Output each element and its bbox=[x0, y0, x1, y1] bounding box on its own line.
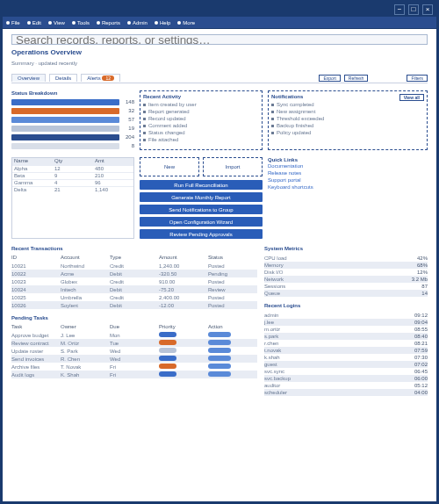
quick-links: Quick Links DocumentationRelease notesSu… bbox=[268, 157, 428, 239]
menu-reports[interactable]: Reports bbox=[97, 20, 120, 25]
bullet-icon bbox=[271, 118, 274, 120]
bullet-icon bbox=[143, 132, 146, 134]
menu-file[interactable]: File bbox=[6, 20, 20, 25]
login-row[interactable]: scheduler04:00 bbox=[264, 389, 428, 396]
table-row[interactable]: Delta211,140 bbox=[12, 186, 133, 193]
login-row[interactable]: m.ortiz08:55 bbox=[264, 326, 428, 333]
page-title: Operations Overview bbox=[11, 48, 428, 57]
close-button[interactable]: × bbox=[422, 4, 433, 15]
table-row[interactable]: Approve budgetJ. LeeMon bbox=[11, 331, 257, 339]
open-button[interactable] bbox=[208, 348, 231, 353]
titlebar: − □ × bbox=[3, 3, 436, 17]
quick-link[interactable]: Support portal bbox=[268, 177, 428, 184]
export-button[interactable]: Export bbox=[319, 75, 340, 82]
notification-item[interactable]: Threshold exceeded bbox=[271, 115, 424, 122]
menu-admin[interactable]: Admin bbox=[127, 20, 148, 25]
stat-value: 57 bbox=[122, 117, 134, 122]
alerts-badge: 12 bbox=[102, 76, 114, 81]
activity-item[interactable]: Status changed bbox=[143, 129, 259, 136]
table-row[interactable]: 10026SoylentDebit-12.00Posted bbox=[11, 301, 257, 309]
menu-more[interactable]: More bbox=[177, 20, 195, 25]
activity-item[interactable]: Record updated bbox=[143, 115, 259, 122]
stat-bar bbox=[11, 99, 119, 105]
menu-view[interactable]: View bbox=[48, 20, 65, 25]
quick-link[interactable]: Keyboard shortcuts bbox=[268, 184, 428, 191]
login-row[interactable]: s.park08:40 bbox=[264, 333, 428, 340]
stat-bar bbox=[11, 143, 119, 149]
open-button[interactable] bbox=[208, 332, 231, 337]
login-row[interactable]: j.lee09:04 bbox=[264, 319, 428, 326]
tab-details[interactable]: Details bbox=[49, 74, 77, 82]
tab-overview[interactable]: Overview bbox=[11, 74, 46, 82]
menu-edit[interactable]: Edit bbox=[27, 20, 41, 25]
app-window: − □ × File Edit View Tools Reports Admin… bbox=[0, 0, 439, 504]
notification-item[interactable]: Backup finished bbox=[271, 122, 424, 129]
table-row[interactable]: 10022AcmeDebit-320.50Pending bbox=[11, 270, 257, 277]
table-row[interactable]: Gamma496 bbox=[12, 179, 133, 186]
activity-item[interactable]: File attached bbox=[143, 136, 259, 143]
bullet-icon bbox=[27, 21, 31, 25]
table-row[interactable]: 10021NorthwindCredit1,240.00Posted bbox=[11, 262, 257, 270]
bullet-icon bbox=[271, 104, 274, 106]
table-row[interactable]: Audit logsK. ShahFri bbox=[11, 371, 257, 378]
table-row[interactable]: Archive filesT. NovakFri bbox=[11, 363, 257, 371]
open-button[interactable] bbox=[208, 356, 231, 361]
login-row[interactable]: auditor05:12 bbox=[264, 382, 428, 389]
primary-action-button[interactable]: Run Full Reconciliation bbox=[140, 180, 263, 190]
minimize-button[interactable]: − bbox=[394, 4, 405, 15]
login-row[interactable]: guest07:02 bbox=[264, 361, 428, 368]
quick-link[interactable]: Documentation bbox=[268, 163, 428, 170]
primary-action-button[interactable]: Generate Monthly Report bbox=[140, 192, 263, 202]
login-row[interactable]: t.novak07:59 bbox=[264, 347, 428, 354]
table-row[interactable]: Beta9210 bbox=[12, 172, 133, 179]
table-row[interactable]: Update rosterS. ParkWed bbox=[11, 347, 257, 355]
metric-row: Queue14 bbox=[264, 290, 428, 297]
table-row[interactable]: Alpha12480 bbox=[12, 165, 133, 172]
transactions-table: IDAccountTypeAmountStatus 10021Northwind… bbox=[11, 255, 257, 309]
login-row[interactable]: k.shah07:30 bbox=[264, 354, 428, 361]
new-action[interactable]: New bbox=[140, 157, 199, 176]
table-row[interactable]: Send invoicesR. ChenWed bbox=[11, 355, 257, 363]
kv1-title: System Metrics bbox=[264, 246, 428, 252]
stat-value: 204 bbox=[122, 134, 134, 140]
refresh-button[interactable]: Refresh bbox=[344, 75, 369, 82]
bullet-icon bbox=[48, 21, 52, 25]
bullet-icon bbox=[271, 125, 274, 127]
table-row[interactable]: 10025UmbrellaCredit2,400.00Posted bbox=[11, 293, 257, 301]
open-button[interactable] bbox=[208, 371, 231, 377]
search-input[interactable] bbox=[11, 34, 428, 45]
login-row[interactable]: r.chen08:21 bbox=[264, 340, 428, 347]
primary-action-button[interactable]: Review Pending Approvals bbox=[140, 229, 263, 239]
stat-row: 57 bbox=[11, 115, 134, 124]
table2-title: Pending Tasks bbox=[11, 315, 257, 321]
notification-item[interactable]: New assignment bbox=[271, 108, 424, 115]
table-row[interactable]: Review contractM. OrtizTue bbox=[11, 339, 257, 347]
login-row[interactable]: admin09:12 bbox=[264, 312, 428, 319]
menu-help[interactable]: Help bbox=[155, 20, 170, 25]
notification-item[interactable]: Policy updated bbox=[271, 129, 424, 136]
filters-button[interactable]: Filters bbox=[407, 75, 428, 82]
stat-row: 19 bbox=[11, 124, 134, 133]
tab-alerts[interactable]: Alerts 12 bbox=[81, 74, 120, 82]
open-button[interactable] bbox=[208, 364, 231, 369]
table-row[interactable]: 10023GlobexCredit910.00Posted bbox=[11, 277, 257, 285]
open-button[interactable] bbox=[208, 340, 231, 345]
maximize-button[interactable]: □ bbox=[408, 4, 419, 15]
priority-pill bbox=[159, 348, 176, 353]
login-row[interactable]: svc.backup06:00 bbox=[264, 375, 428, 382]
notif-viewall[interactable]: View all bbox=[399, 94, 424, 101]
notification-item[interactable]: Sync completed bbox=[271, 101, 424, 108]
import-action[interactable]: Import bbox=[203, 157, 263, 176]
primary-action-button[interactable]: Send Notifications to Group bbox=[140, 205, 263, 214]
activity-item[interactable]: Comment added bbox=[143, 122, 259, 129]
bullet-icon bbox=[155, 21, 158, 25]
quick-link[interactable]: Release notes bbox=[268, 170, 428, 177]
menu-tools[interactable]: Tools bbox=[72, 20, 90, 25]
login-row[interactable]: svc.sync06:45 bbox=[264, 368, 428, 375]
activity-item[interactable]: Item created by user bbox=[143, 101, 259, 108]
table-row[interactable]: 10024InitechDebit-75.20Review bbox=[11, 285, 257, 293]
primary-action-button[interactable]: Open Configuration Wizard bbox=[140, 217, 263, 227]
activity-item[interactable]: Report generated bbox=[143, 108, 259, 115]
priority-pill bbox=[159, 371, 176, 377]
activity-title: Recent Activity bbox=[143, 94, 181, 99]
